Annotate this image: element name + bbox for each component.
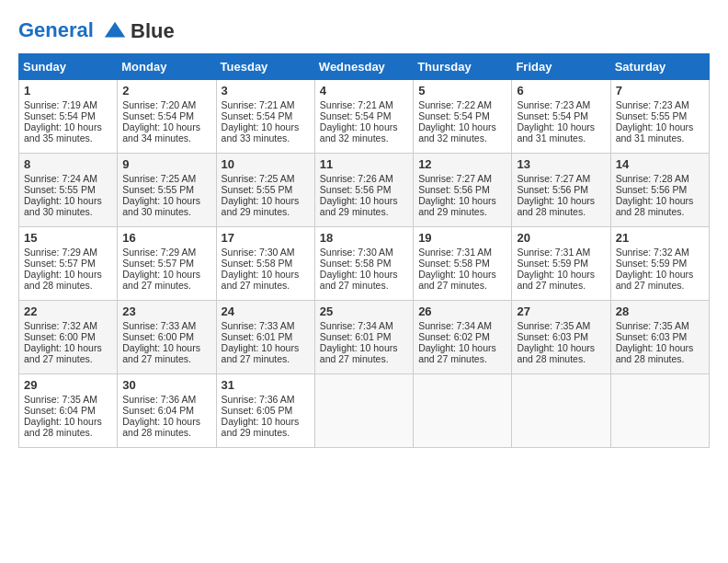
sunset: Sunset: 5:54 PM [517, 110, 588, 121]
sunset: Sunset: 5:58 PM [222, 258, 293, 269]
daylight: Daylight: 10 hours and 32 minutes. [320, 121, 398, 144]
calendar-cell: 19Sunrise: 7:31 AMSunset: 5:58 PMDayligh… [414, 227, 512, 301]
calendar-cell: 4Sunrise: 7:21 AMSunset: 5:54 PMDaylight… [314, 80, 413, 154]
calendar-week-row: 29Sunrise: 7:35 AMSunset: 6:04 PMDayligh… [19, 374, 710, 448]
sunrise: Sunrise: 7:34 AM [320, 320, 393, 331]
day-number: 25 [320, 304, 408, 318]
daylight: Daylight: 10 hours and 33 minutes. [222, 121, 300, 144]
sunset: Sunset: 5:54 PM [222, 110, 293, 121]
daylight: Daylight: 10 hours and 28 minutes. [24, 269, 102, 291]
calendar-cell: 29Sunrise: 7:35 AMSunset: 6:04 PMDayligh… [19, 374, 118, 448]
sunset: Sunset: 6:03 PM [517, 331, 588, 342]
sunset: Sunset: 5:54 PM [122, 110, 194, 121]
sunset: Sunset: 6:00 PM [24, 331, 96, 342]
sunrise: Sunrise: 7:22 AM [418, 99, 492, 110]
daylight: Daylight: 10 hours and 27 minutes. [222, 342, 300, 364]
daylight: Daylight: 10 hours and 31 minutes. [517, 121, 595, 144]
daylight: Daylight: 10 hours and 27 minutes. [418, 269, 496, 291]
daylight: Daylight: 10 hours and 32 minutes. [418, 121, 496, 144]
sunset: Sunset: 5:56 PM [517, 184, 588, 195]
sunrise: Sunrise: 7:26 AM [320, 173, 393, 184]
calendar-cell: 16Sunrise: 7:29 AMSunset: 5:57 PMDayligh… [118, 227, 216, 301]
day-number: 20 [517, 231, 605, 245]
logo: General Blue [18, 18, 175, 44]
sunrise: Sunrise: 7:31 AM [418, 247, 492, 258]
day-number: 2 [122, 84, 210, 98]
sunset: Sunset: 6:04 PM [24, 405, 96, 416]
daylight: Daylight: 10 hours and 28 minutes. [616, 195, 694, 217]
day-number: 13 [517, 157, 605, 171]
sunrise: Sunrise: 7:21 AM [222, 99, 295, 110]
daylight: Daylight: 10 hours and 30 minutes. [122, 195, 200, 217]
sunset: Sunset: 6:01 PM [222, 331, 293, 342]
daylight: Daylight: 10 hours and 28 minutes. [122, 416, 200, 438]
daylight: Daylight: 10 hours and 29 minutes. [418, 195, 496, 217]
calendar-cell: 7Sunrise: 7:23 AMSunset: 5:55 PMDaylight… [610, 80, 709, 154]
daylight: Daylight: 10 hours and 27 minutes. [616, 269, 694, 291]
logo-icon [103, 18, 129, 44]
day-number: 6 [517, 84, 605, 98]
daylight: Daylight: 10 hours and 30 minutes. [24, 195, 102, 217]
calendar-cell: 1Sunrise: 7:19 AMSunset: 5:54 PMDaylight… [19, 80, 118, 154]
day-number: 10 [222, 157, 310, 171]
sunrise: Sunrise: 7:29 AM [24, 247, 97, 258]
calendar-cell: 23Sunrise: 7:33 AMSunset: 6:00 PMDayligh… [118, 301, 216, 374]
calendar-cell [314, 374, 413, 448]
sunset: Sunset: 5:54 PM [24, 110, 96, 121]
col-monday: Monday [118, 54, 216, 80]
calendar-cell [610, 374, 709, 448]
day-number: 28 [616, 304, 704, 318]
sunset: Sunset: 6:01 PM [320, 331, 392, 342]
day-number: 1 [24, 84, 112, 98]
daylight: Daylight: 10 hours and 28 minutes. [517, 195, 595, 217]
sunset: Sunset: 6:02 PM [418, 331, 490, 342]
sunrise: Sunrise: 7:32 AM [616, 247, 689, 258]
day-number: 21 [616, 231, 704, 245]
daylight: Daylight: 10 hours and 31 minutes. [616, 121, 694, 144]
day-number: 12 [418, 157, 506, 171]
daylight: Daylight: 10 hours and 27 minutes. [24, 342, 102, 364]
daylight: Daylight: 10 hours and 27 minutes. [320, 342, 398, 364]
calendar-week-row: 8Sunrise: 7:24 AMSunset: 5:55 PMDaylight… [19, 154, 710, 227]
day-number: 14 [616, 157, 704, 171]
sunset: Sunset: 5:55 PM [122, 184, 194, 195]
daylight: Daylight: 10 hours and 27 minutes. [320, 269, 398, 291]
sunset: Sunset: 5:58 PM [320, 258, 392, 269]
calendar-cell: 9Sunrise: 7:25 AMSunset: 5:55 PMDaylight… [118, 154, 216, 227]
day-number: 31 [222, 378, 310, 392]
sunrise: Sunrise: 7:33 AM [122, 320, 196, 331]
daylight: Daylight: 10 hours and 27 minutes. [418, 342, 496, 364]
day-number: 11 [320, 157, 408, 171]
calendar-cell: 12Sunrise: 7:27 AMSunset: 5:56 PMDayligh… [414, 154, 512, 227]
sunrise: Sunrise: 7:25 AM [222, 173, 295, 184]
daylight: Daylight: 10 hours and 34 minutes. [122, 121, 200, 144]
daylight: Daylight: 10 hours and 27 minutes. [517, 269, 595, 291]
day-number: 3 [222, 84, 310, 98]
sunrise: Sunrise: 7:24 AM [24, 173, 97, 184]
calendar-cell [414, 374, 512, 448]
calendar-cell: 3Sunrise: 7:21 AMSunset: 5:54 PMDaylight… [216, 80, 314, 154]
day-number: 24 [222, 304, 310, 318]
calendar-cell: 10Sunrise: 7:25 AMSunset: 5:55 PMDayligh… [216, 154, 314, 227]
col-thursday: Thursday [414, 54, 512, 80]
day-number: 7 [616, 84, 704, 98]
calendar-cell: 8Sunrise: 7:24 AMSunset: 5:55 PMDaylight… [19, 154, 118, 227]
sunrise: Sunrise: 7:29 AM [122, 247, 196, 258]
day-number: 29 [24, 378, 112, 392]
sunset: Sunset: 5:55 PM [616, 110, 688, 121]
sunset: Sunset: 5:57 PM [24, 258, 96, 269]
sunset: Sunset: 6:04 PM [122, 405, 194, 416]
calendar-cell: 22Sunrise: 7:32 AMSunset: 6:00 PMDayligh… [19, 301, 118, 374]
calendar-cell: 14Sunrise: 7:28 AMSunset: 5:56 PMDayligh… [610, 154, 709, 227]
sunrise: Sunrise: 7:23 AM [616, 99, 689, 110]
calendar-cell: 20Sunrise: 7:31 AMSunset: 5:59 PMDayligh… [512, 227, 610, 301]
col-saturday: Saturday [610, 54, 709, 80]
calendar-cell: 24Sunrise: 7:33 AMSunset: 6:01 PMDayligh… [216, 301, 314, 374]
calendar-cell: 17Sunrise: 7:30 AMSunset: 5:58 PMDayligh… [216, 227, 314, 301]
sunset: Sunset: 5:56 PM [616, 184, 688, 195]
sunrise: Sunrise: 7:30 AM [320, 247, 393, 258]
daylight: Daylight: 10 hours and 29 minutes. [222, 416, 300, 438]
sunrise: Sunrise: 7:33 AM [222, 320, 295, 331]
sunrise: Sunrise: 7:20 AM [122, 99, 196, 110]
sunrise: Sunrise: 7:23 AM [517, 99, 590, 110]
